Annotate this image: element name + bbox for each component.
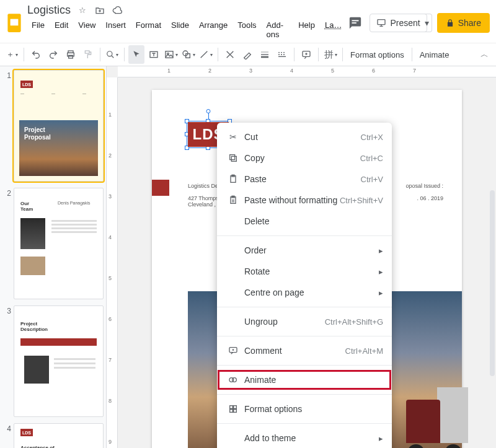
mini-logo: LDS bbox=[20, 429, 33, 436]
redo-button[interactable] bbox=[45, 45, 61, 64]
ctx-add-to-theme[interactable]: Add to theme ▸ bbox=[217, 428, 392, 448]
filmstrip[interactable]: 1 LDS — — — Project Proposal 2 Our Team … bbox=[0, 66, 107, 448]
input-tools-button[interactable]: 拼▾ bbox=[322, 45, 339, 64]
context-menu: ✂ Cut Ctrl+X Copy Ctrl+C Paste Ctrl+V Pa… bbox=[217, 123, 392, 448]
document-meta: Logistics ☆ File Edit View Insert Format… bbox=[24, 4, 346, 42]
ruler-horizontal[interactable]: 1 2 3 4 5 6 7 bbox=[118, 66, 496, 77]
fill-color-button[interactable] bbox=[222, 45, 238, 64]
thumb-number: 2 bbox=[2, 188, 11, 299]
chevron-right-icon: ▸ bbox=[379, 288, 383, 297]
svg-rect-28 bbox=[234, 410, 237, 413]
present-dropdown[interactable]: ▾ bbox=[422, 14, 432, 32]
vertical-scrollbar[interactable] bbox=[490, 190, 495, 376]
move-folder-icon[interactable] bbox=[94, 5, 105, 16]
svg-rect-25 bbox=[230, 406, 233, 409]
share-button[interactable]: Share bbox=[437, 13, 490, 33]
menu-addons[interactable]: Add-ons bbox=[262, 18, 293, 42]
border-weight-button[interactable] bbox=[257, 45, 273, 64]
insert-comment-button[interactable] bbox=[298, 45, 314, 64]
document-title[interactable]: Logistics bbox=[27, 4, 71, 17]
svg-rect-26 bbox=[234, 406, 237, 409]
copy-icon bbox=[226, 153, 241, 163]
star-icon[interactable]: ☆ bbox=[77, 5, 88, 16]
animate-button[interactable]: Animate bbox=[416, 45, 453, 64]
thumb-number: 4 bbox=[2, 423, 11, 448]
zoom-button[interactable]: ▾ bbox=[104, 45, 120, 64]
ctx-cut[interactable]: ✂ Cut Ctrl+X bbox=[217, 126, 392, 147]
shape-tool[interactable]: ▾ bbox=[180, 45, 197, 64]
svg-rect-3 bbox=[352, 22, 356, 24]
new-slide-button[interactable]: ＋▾ bbox=[4, 45, 20, 64]
select-tool[interactable] bbox=[128, 45, 144, 64]
print-button[interactable] bbox=[63, 45, 79, 64]
thumb-1[interactable]: 1 LDS — — — Project Proposal bbox=[2, 70, 104, 182]
present-label: Present bbox=[390, 18, 420, 28]
ctx-comment[interactable]: Comment Ctrl+Alt+M bbox=[217, 340, 392, 361]
open-comments-icon[interactable] bbox=[346, 14, 365, 32]
menu-arrange[interactable]: Arrange bbox=[195, 18, 232, 42]
thumb-number: 1 bbox=[2, 70, 11, 182]
menu-help[interactable]: Help bbox=[294, 18, 319, 42]
present-icon bbox=[376, 18, 386, 28]
svg-rect-27 bbox=[230, 410, 233, 413]
menubar: File Edit View Insert Format Slide Arran… bbox=[27, 18, 346, 42]
chevron-right-icon: ▸ bbox=[379, 434, 383, 443]
thumb-2[interactable]: 2 Our Team Denis Panagakis bbox=[2, 188, 104, 299]
menu-view[interactable]: View bbox=[74, 18, 100, 42]
paint-format-button[interactable] bbox=[80, 45, 96, 64]
ctx-format-options[interactable]: Format options bbox=[217, 398, 392, 419]
ctx-ungroup[interactable]: Ungroup Ctrl+Alt+Shift+G bbox=[217, 311, 392, 332]
svg-rect-1 bbox=[11, 19, 19, 25]
svg-rect-11 bbox=[166, 51, 173, 58]
ctx-centre-on-page[interactable]: Centre on page ▸ bbox=[217, 282, 392, 303]
chevron-right-icon: ▸ bbox=[379, 267, 383, 276]
textbox-tool[interactable] bbox=[146, 45, 162, 64]
ctx-paste[interactable]: Paste Ctrl+V bbox=[217, 169, 392, 190]
svg-rect-2 bbox=[352, 20, 359, 21]
thumb-4[interactable]: 4 LDS Acceptance of Quote bbox=[2, 423, 104, 448]
menu-format[interactable]: Format bbox=[131, 18, 166, 42]
svg-rect-17 bbox=[230, 155, 235, 160]
menu-file[interactable]: File bbox=[27, 18, 49, 42]
accent-block[interactable] bbox=[152, 180, 169, 196]
border-color-button[interactable] bbox=[239, 45, 255, 64]
format-options-button[interactable]: Format options bbox=[347, 45, 408, 64]
format-options-icon bbox=[226, 404, 241, 414]
toolbar: ＋▾ ▾ ▾ ▾ ▾ 拼▾ Format options Animate ︿ bbox=[0, 43, 496, 66]
thumb-3[interactable]: 3 Project Description bbox=[2, 305, 104, 417]
ctx-animate[interactable]: Animate bbox=[217, 369, 392, 390]
line-tool[interactable]: ▾ bbox=[198, 45, 214, 64]
image-tool[interactable]: ▾ bbox=[163, 45, 179, 64]
paste-plain-icon bbox=[226, 195, 241, 205]
menu-insert[interactable]: Insert bbox=[101, 18, 130, 42]
chevron-down-icon: ▾ bbox=[425, 18, 429, 28]
menu-edit[interactable]: Edit bbox=[50, 18, 73, 42]
ctx-paste-without-formatting[interactable]: Paste without formatting Ctrl+Shift+V bbox=[217, 190, 392, 211]
ctx-rotate[interactable]: Rotate ▸ bbox=[217, 261, 392, 282]
menu-slide[interactable]: Slide bbox=[167, 18, 193, 42]
paste-icon bbox=[226, 174, 241, 184]
svg-rect-16 bbox=[231, 156, 236, 161]
ctx-delete[interactable]: Delete bbox=[217, 211, 392, 232]
border-dash-button[interactable] bbox=[274, 45, 290, 64]
menu-tools[interactable]: Tools bbox=[233, 18, 260, 42]
ruler-vertical[interactable]: 1 2 3 4 5 6 7 8 9 bbox=[107, 77, 118, 448]
ctx-order[interactable]: Order ▸ bbox=[217, 240, 392, 261]
comment-icon bbox=[226, 346, 241, 356]
ctx-copy[interactable]: Copy Ctrl+C bbox=[217, 147, 392, 169]
slide-meta-right: oposal Issued : . 06 . 2019 bbox=[405, 183, 443, 201]
title-bar: Logistics ☆ File Edit View Insert Format… bbox=[0, 0, 496, 43]
slides-logo[interactable] bbox=[5, 12, 24, 34]
present-button[interactable]: Present bbox=[370, 14, 427, 32]
thumb-number: 3 bbox=[2, 305, 11, 417]
mini-logo: LDS bbox=[20, 81, 33, 88]
cut-icon: ✂ bbox=[226, 132, 241, 142]
svg-point-9 bbox=[107, 51, 112, 56]
menu-last-edit[interactable]: La… bbox=[321, 18, 346, 42]
svg-rect-4 bbox=[378, 19, 385, 24]
cloud-status-icon[interactable] bbox=[112, 5, 123, 16]
collapse-toolbar-button[interactable]: ︿ bbox=[476, 45, 492, 64]
undo-button[interactable] bbox=[28, 45, 44, 64]
rotate-handle[interactable] bbox=[206, 109, 211, 113]
chevron-right-icon: ▸ bbox=[379, 246, 383, 255]
